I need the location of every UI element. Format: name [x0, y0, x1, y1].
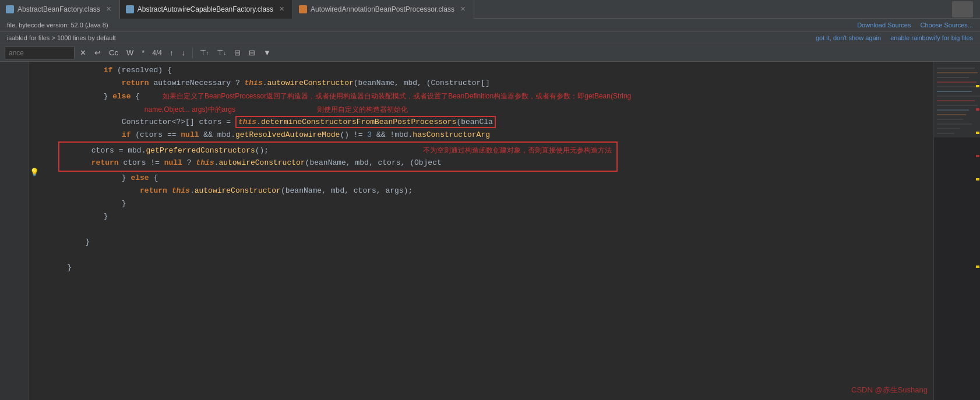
gutter-line	[20, 141, 24, 154]
gutter-line	[20, 154, 24, 167]
close-search-button[interactable]: ✕	[77, 47, 89, 59]
gutter-line	[20, 333, 24, 346]
warning-bar: isabled for files > 1000 lines by defaul…	[0, 31, 980, 44]
code-line-4: Constructor<?>[] ctors = this.determineC…	[49, 116, 933, 129]
gutter-line	[20, 64, 24, 77]
gutter-line	[20, 269, 24, 282]
logo-text: CSDN @赤生Sushang	[851, 385, 928, 394]
tab-abstract-autowire[interactable]: AbstractAutowireCapableBeanFactory.class…	[120, 0, 293, 19]
gutter-line	[20, 115, 24, 128]
java-icon-2	[126, 5, 134, 13]
gutter-line	[20, 243, 24, 256]
code-line-10: }	[49, 197, 933, 210]
download-sources-link[interactable]: Download Sources	[857, 22, 911, 29]
toolbar-separator	[192, 48, 193, 58]
code-line-blank2	[49, 249, 933, 261]
tab-autowired-annotation[interactable]: AutowiredAnnotationBeanPostProcessor.cla…	[293, 0, 474, 19]
code-line-9: return this.autowireConstructor(beanName…	[49, 185, 933, 197]
gutter-line	[20, 77, 24, 90]
gutter-line	[20, 346, 24, 359]
tab-close-2[interactable]: ✕	[277, 4, 287, 14]
bulb-icon[interactable]: 💡	[30, 167, 39, 179]
got-it-link[interactable]: got it, don't show again	[816, 34, 881, 41]
code-line-2: return autowireNecessary ? this.autowire…	[49, 77, 933, 90]
tab-bar-actions	[474, 1, 980, 17]
toolbar-btn-4[interactable]: ⊟	[246, 47, 258, 59]
info-bar-actions: Download Sources Choose Sources...	[857, 22, 973, 29]
annotation-1: 如果自定义了BeanPostProcessor返回了构造器，或者使用构造器自动装…	[163, 92, 631, 100]
replace-button[interactable]: ↩	[91, 47, 104, 59]
logo-watermark: CSDN @赤生Sushang	[851, 385, 928, 395]
svg-rect-19	[976, 266, 979, 268]
gutter-line	[20, 307, 24, 320]
search-count: 4/4	[150, 49, 164, 57]
gutter-line	[20, 128, 24, 141]
prev-result-button[interactable]: ↑	[167, 47, 177, 59]
code-area: 💡 if (resolved) { return autowireNecessa…	[0, 62, 980, 400]
code-line-3: } else { 如果自定义了BeanPostProcessor返回了构造器，或…	[49, 90, 933, 103]
file-info: file, bytecode version: 52.0 (Java 8)	[7, 22, 108, 29]
code-line-11: }	[49, 210, 933, 223]
annotation-1b: name,Object... args)中的args	[144, 105, 235, 114]
code-line-13: }	[49, 261, 933, 274]
code-line-6: ctors = mbd.getPreferredConstructors(); …	[64, 144, 612, 157]
tab-label-2: AbstractAutowireCapableBeanFactory.class	[138, 5, 273, 13]
search-input[interactable]	[5, 47, 75, 59]
gutter-line	[20, 320, 24, 333]
tab-label-3: AutowiredAnnotationBeanPostProcessor.cla…	[311, 5, 454, 13]
svg-rect-21	[976, 155, 979, 157]
tab-abstract-bean-factory[interactable]: AbstractBeanFactory.class ✕	[0, 0, 120, 19]
minimap	[933, 62, 980, 400]
toolbar: ✕ ↩ Cc W * 4/4 ↑ ↓ ⊤↑ ⊤↓ ⊟ ⊟ ▼	[0, 44, 980, 62]
regex-button[interactable]: *	[139, 47, 147, 59]
svg-rect-18	[976, 178, 979, 180]
gutter-line	[20, 102, 24, 115]
choose-sources-link[interactable]: Choose Sources...	[921, 22, 974, 29]
gutter-line	[20, 90, 24, 102]
user-avatar	[952, 1, 973, 17]
toolbar-btn-5[interactable]: ▼	[260, 47, 274, 59]
java-icon-3	[299, 5, 307, 13]
annotation-1c: 则使用自定义的构造器初始化	[317, 105, 408, 114]
code-line-blank	[49, 223, 933, 236]
gutter-line	[20, 179, 24, 192]
enable-rainbowify-link[interactable]: enable rainbowify for big files	[890, 34, 973, 41]
toolbar-btn-2[interactable]: ⊤↓	[214, 47, 229, 59]
gutter-line	[20, 282, 24, 295]
next-result-button[interactable]: ↓	[178, 47, 188, 59]
warning-text: isabled for files > 1000 lines by defaul…	[7, 34, 116, 41]
code-content: if (resolved) { return autowireNecessary…	[40, 62, 933, 400]
gutter-line	[20, 359, 24, 371]
warning-bar-actions: got it, don't show again enable rainbowi…	[816, 34, 973, 41]
line-numbers	[0, 62, 29, 400]
gutter-line	[20, 231, 24, 243]
gutter-icons: 💡	[29, 62, 40, 400]
gutter-line	[20, 295, 24, 307]
minimap-svg	[934, 62, 980, 388]
gutter-line	[20, 167, 24, 179]
svg-rect-20	[976, 108, 979, 111]
tab-close-3[interactable]: ✕	[458, 4, 468, 14]
code-line-8: } else {	[49, 172, 933, 185]
gutter-line	[20, 218, 24, 231]
highlighted-block: ctors = mbd.getPreferredConstructors(); …	[58, 141, 618, 172]
whole-word-button[interactable]: W	[124, 47, 136, 59]
code-line-1: if (resolved) {	[49, 64, 933, 77]
java-icon	[6, 5, 14, 13]
toolbar-btn-3[interactable]: ⊟	[231, 47, 244, 59]
gutter-line	[20, 205, 24, 218]
match-case-button[interactable]: Cc	[106, 47, 121, 59]
tab-label: AbstractBeanFactory.class	[17, 5, 100, 13]
code-line-12: }	[49, 236, 933, 249]
svg-rect-17	[976, 132, 979, 134]
code-line-7: return ctors != null ? this.autowireCons…	[64, 157, 612, 169]
annotation-2: 不为空则通过构造函数创建对象，否则直接使用无参构造方法	[423, 146, 612, 154]
info-bar: file, bytecode version: 52.0 (Java 8) Do…	[0, 19, 980, 31]
gutter-line	[20, 256, 24, 269]
tab-bar: AbstractBeanFactory.class ✕ AbstractAuto…	[0, 0, 980, 19]
svg-rect-15	[934, 62, 980, 137]
gutter-line	[20, 192, 24, 205]
toolbar-btn-1[interactable]: ⊤↑	[197, 47, 212, 59]
tab-close[interactable]: ✕	[104, 4, 114, 14]
code-line-5: if (ctors == null && mbd.getResolvedAuto…	[49, 129, 933, 141]
